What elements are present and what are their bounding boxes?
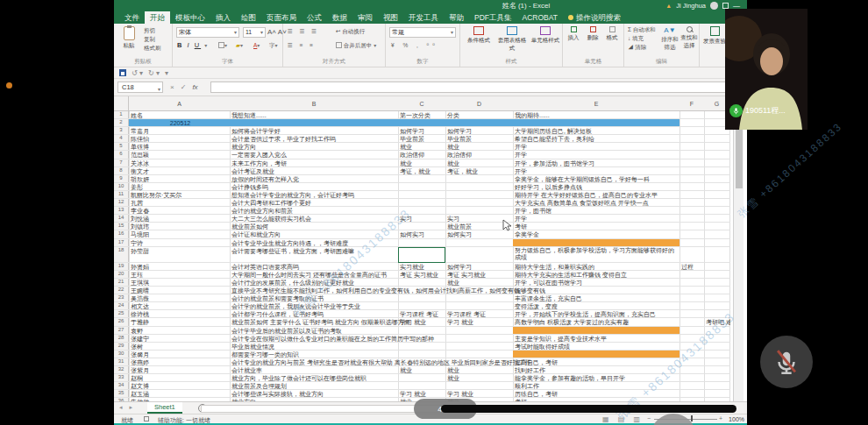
zoom-in-button[interactable]: +	[719, 415, 722, 421]
table-row[interactable]: 21王琪琪会计行业的发展前景，什么级别的证更好就业就业开学，可以在图书馆学习	[114, 279, 730, 287]
cell-A2[interactable]: 220512	[129, 119, 230, 126]
font-name-select[interactable]: 宋体▾	[176, 27, 239, 38]
cell-E10[interactable]: 好好学习，以后多挣点钱	[513, 183, 681, 190]
row-number[interactable]: 20	[114, 271, 129, 278]
cell-E19[interactable]: 期待大学生活，和兼职实践的	[513, 263, 681, 270]
row-number[interactable]: 13	[114, 207, 129, 214]
cell-E15[interactable]: 考研	[513, 223, 681, 230]
cell-B14[interactable]: 大二大三怎么能获得实习机会	[230, 215, 311, 222]
table-row[interactable]: 2220512	[114, 119, 730, 127]
cell-B9[interactable]: 放假的时间还有怎样入党	[230, 175, 299, 182]
row-number[interactable]: 36	[114, 398, 129, 401]
cell-A4[interactable]: 陈佳怡	[129, 135, 230, 142]
cell-A12[interactable]: 孔茜	[129, 199, 230, 206]
cell-E9[interactable]: 拿奖学金，能够在大学期间锻炼自己，学好每一科	[513, 175, 681, 182]
table-row[interactable]: 9胡欣妍放假的时间还有怎样入党拿奖学金，能够在大学期间锻炼自己，学好每一科	[114, 175, 730, 183]
row-number[interactable]: 16	[114, 230, 129, 237]
ribbon-tab-插入[interactable]: 插入	[210, 11, 236, 24]
sheet-tab[interactable]: Sheet1	[147, 402, 182, 414]
ribbon-tab-绘图[interactable]: 绘图	[236, 11, 261, 24]
row-number[interactable]: 23	[114, 294, 129, 301]
cell-E7[interactable]: 开学，参加活动，图书馆学习	[513, 159, 681, 166]
fill-button[interactable]: ↓ 填充	[628, 35, 644, 43]
cell-A3[interactable]: 常嘉月	[129, 127, 230, 134]
sort-filter-button[interactable]: A▼ 排序和筛选	[659, 26, 680, 52]
cell-E24[interactable]: 变得活泼，变瘦	[513, 302, 681, 309]
cell-A13[interactable]: 李业春	[129, 207, 230, 214]
cell-D1[interactable]: 分类	[445, 111, 516, 118]
row-number[interactable]: 5	[114, 143, 129, 150]
row-number[interactable]: 24	[114, 302, 129, 309]
ribbon-tab-模板中心[interactable]: 模板中心	[170, 11, 210, 24]
cell-B13[interactable]: 会计的就业方向和前景	[230, 207, 293, 214]
number-format-icons[interactable]: ¥ % , ⁰⁰	[391, 42, 438, 49]
column-header-A[interactable]: A	[129, 101, 230, 107]
cell-C20[interactable]: 考证 实习就业	[398, 271, 451, 278]
table-row[interactable]: 33赵桐就业方向，毕业除了做会计还可以在哪些岗位就职就业能拿奖学金，参加有趣的活…	[114, 374, 730, 382]
table-row[interactable]: 4陈佳怡会计是否供过于求，毕业了好找工作吗毕业前景毕业前景希望自己能坚持下去，奥…	[114, 135, 730, 143]
border-button[interactable]: ▾	[218, 42, 227, 48]
column-header-E[interactable]: E	[513, 101, 679, 107]
cell-D16[interactable]: 如何实习	[445, 230, 516, 237]
cell-A19[interactable]: 孙贤娟	[129, 263, 230, 270]
cell-A21[interactable]: 王琪琪	[129, 279, 230, 286]
table-row[interactable]: 32张紫月会计就业率就业就业找到好工作	[114, 366, 730, 374]
cell-D20[interactable]: 考证 实习就业	[445, 271, 516, 278]
row-number[interactable]: 12	[114, 199, 129, 206]
cell-E29[interactable]: 考试时能取得好成绩	[513, 343, 681, 350]
cell-B35[interactable]: 会计哪些课与实际接轨，就业方向	[230, 390, 324, 397]
cell-C35[interactable]: 学习 就业	[398, 390, 451, 397]
cell-B32[interactable]: 会计就业率	[230, 366, 262, 373]
cell-E31[interactable]: 提高自己，考研	[513, 358, 681, 365]
cut-button[interactable]: 剪切	[144, 27, 155, 35]
mute-button[interactable]	[760, 336, 813, 388]
cell-A10[interactable]: 姜彤	[129, 183, 230, 190]
table-row[interactable]: 15刘镇玮就业前景如何就业前景考研	[114, 223, 730, 230]
column-header-B[interactable]: B	[230, 101, 398, 107]
cell-B15[interactable]: 就业前景如何	[230, 223, 268, 230]
row-number[interactable]: 11	[114, 191, 129, 198]
table-row[interactable]: 29张树毕业后就业情况考试时能取得好成绩	[114, 343, 730, 351]
table-row[interactable]: 3常嘉月如何将会计学学好如何学习如何学习大学期间历练自己, 解决短板	[114, 127, 730, 135]
cell-E3[interactable]: 大学期间历练自己, 解决短板	[513, 127, 681, 134]
undo-icon[interactable]: ↺ ▾	[132, 69, 143, 77]
ribbon-tab-数据[interactable]: 数据	[327, 11, 352, 24]
row-number[interactable]: 22	[114, 287, 129, 294]
row-number[interactable]: 14	[114, 215, 129, 222]
table-row[interactable]: 24相文达会计学的就业前景，我朋友说会计毕业等于失业变得活泼，变瘦	[114, 302, 730, 310]
row-number[interactable]: 25	[114, 310, 129, 317]
cell-A25[interactable]: 徐诗桃	[129, 310, 230, 317]
cell-B18[interactable]: 会计需要考哪些证书，就业方面，考研困难嘛	[230, 247, 354, 262]
cell-A8[interactable]: 衡文才	[129, 167, 230, 174]
cell-C7[interactable]: 就业	[398, 159, 451, 166]
table-row[interactable]: 26于雅静就业前景如何 主要学什么 证书好考吗 就业方向 假期兼职选哪方面学习 …	[114, 318, 730, 326]
spreadsheet-grid[interactable]: 1姓名我想知道......第一次分类分类我的期待......22205123常嘉…	[114, 111, 730, 401]
row-number[interactable]: 31	[114, 358, 129, 365]
ribbon-tab-文件[interactable]: 文件	[119, 11, 145, 24]
table-row[interactable]: 1姓名我想知道......第一次分类分类我的期待......	[114, 111, 730, 119]
cell-A5[interactable]: 单钰博	[129, 143, 230, 150]
find-select-button[interactable]: 查找和选择	[679, 26, 700, 50]
vertical-scrollbar[interactable]	[733, 111, 743, 401]
table-row[interactable]: 23吴浩薇会计的就业前景和需要考取的证书丰富课余生活，充实自己	[114, 294, 730, 302]
account-name[interactable]: Ji Jinghua	[676, 2, 706, 10]
row-number[interactable]: 17	[114, 239, 129, 246]
cell-A17[interactable]: 宁诗	[129, 239, 230, 246]
cell-D4[interactable]: 毕业前景	[445, 135, 516, 142]
cell-A15[interactable]: 刘镇玮	[129, 223, 230, 230]
number-format-select[interactable]: 常规▾	[389, 27, 456, 38]
table-row[interactable]: 25徐诗桃会计都学习什么课程，证书好考吗学习课程 考证学习课程 考证开学，开始线…	[114, 310, 730, 318]
cell-F19[interactable]: 过程	[679, 263, 706, 270]
insert-cells-button[interactable]: 插入	[564, 26, 583, 42]
table-row[interactable]: 27袁野会计学毕业后的就业前景以及证书的考取	[114, 327, 730, 335]
row-number[interactable]: 4	[114, 135, 129, 142]
table-row[interactable]: 8衡文才会计考证及就业考证，就业考证，就业开学	[114, 167, 730, 175]
row-number[interactable]: 33	[114, 374, 129, 381]
row-number[interactable]: 2	[114, 119, 129, 126]
ribbon-tab-PDF工具集[interactable]: PDF工具集	[469, 11, 517, 24]
cell-E23[interactable]: 丰富课余生活，充实自己	[513, 294, 681, 301]
table-row[interactable]: 20王珏大学期间一般什么时间去实习 还有哪些是含金量高的证书考证 实习就业考证 …	[114, 271, 730, 279]
cancel-icon[interactable]: ×	[170, 83, 174, 91]
align-icons[interactable]: ☰ ☰ ☰	[288, 28, 319, 35]
merge-center-button[interactable]: 合并后居中 ▾	[336, 42, 376, 50]
